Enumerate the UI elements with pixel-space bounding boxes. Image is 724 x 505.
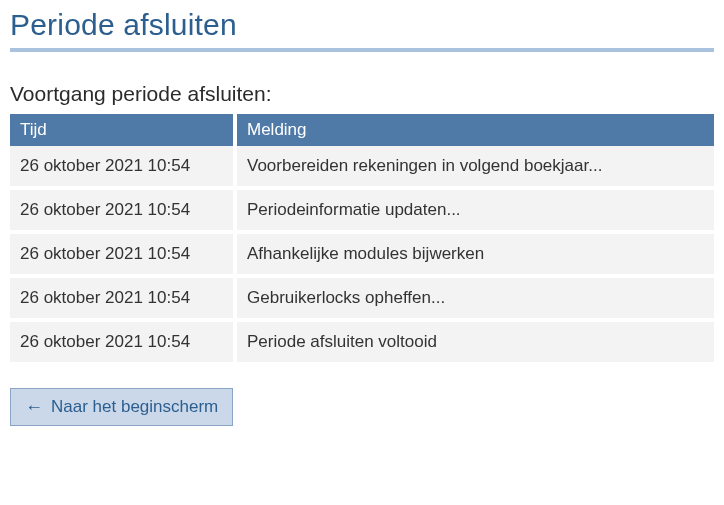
cell-time: 26 oktober 2021 10:54 [10, 276, 235, 320]
table-row: 26 oktober 2021 10:54Periode afsluiten v… [10, 320, 714, 364]
cell-message: Periodeinformatie updaten... [235, 188, 714, 232]
cell-message: Afhankelijke modules bijwerken [235, 232, 714, 276]
progress-table: Tijd Melding 26 oktober 2021 10:54Voorbe… [10, 114, 714, 366]
cell-time: 26 oktober 2021 10:54 [10, 232, 235, 276]
table-row: 26 oktober 2021 10:54Periodeinformatie u… [10, 188, 714, 232]
table-row: 26 oktober 2021 10:54Gebruikerlocks ophe… [10, 276, 714, 320]
cell-message: Voorbereiden rekeningen in volgend boekj… [235, 146, 714, 188]
arrow-left-icon: ← [25, 398, 43, 416]
back-button-label: Naar het beginscherm [51, 397, 218, 417]
cell-time: 26 oktober 2021 10:54 [10, 188, 235, 232]
column-header-message: Melding [235, 114, 714, 146]
back-to-home-button[interactable]: ← Naar het beginscherm [10, 388, 233, 426]
table-row: 26 oktober 2021 10:54Afhankelijke module… [10, 232, 714, 276]
title-divider [10, 48, 714, 52]
column-header-time: Tijd [10, 114, 235, 146]
cell-message: Periode afsluiten voltooid [235, 320, 714, 364]
cell-message: Gebruikerlocks opheffen... [235, 276, 714, 320]
cell-time: 26 oktober 2021 10:54 [10, 146, 235, 188]
table-header-row: Tijd Melding [10, 114, 714, 146]
progress-heading: Voortgang periode afsluiten: [10, 82, 714, 106]
table-row: 26 oktober 2021 10:54Voorbereiden rekeni… [10, 146, 714, 188]
page-title: Periode afsluiten [10, 8, 714, 42]
cell-time: 26 oktober 2021 10:54 [10, 320, 235, 364]
